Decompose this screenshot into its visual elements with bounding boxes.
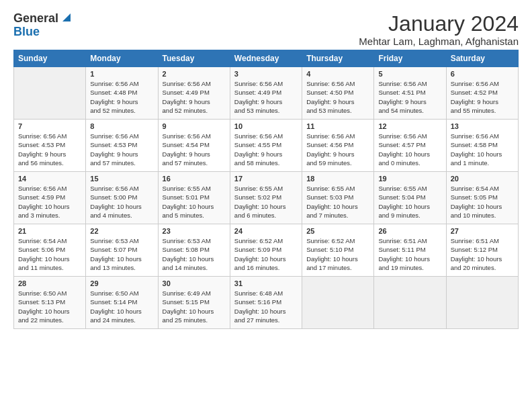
day-number: 9 [163,122,226,130]
col-header-friday: Friday [374,50,446,67]
day-number: 13 [451,122,514,130]
day-info: Sunrise: 6:56 AM Sunset: 5:00 PM Dayligh… [90,184,153,220]
day-info: Sunrise: 6:49 AM Sunset: 5:15 PM Dayligh… [163,289,226,324]
table-row: 6Sunrise: 6:56 AM Sunset: 4:52 PM Daylig… [446,67,518,120]
day-info: Sunrise: 6:55 AM Sunset: 5:01 PM Dayligh… [163,184,226,220]
table-row: 20Sunrise: 6:54 AM Sunset: 5:05 PM Dayli… [446,172,518,224]
table-row: 2Sunrise: 6:56 AM Sunset: 4:49 PM Daylig… [158,67,230,120]
day-number: 11 [306,122,369,130]
day-number: 22 [90,227,153,235]
table-row: 25Sunrise: 6:52 AM Sunset: 5:10 PM Dayli… [302,224,374,277]
logo: General Blue [13,12,71,39]
day-info: Sunrise: 6:56 AM Sunset: 4:54 PM Dayligh… [163,132,226,167]
day-info: Sunrise: 6:53 AM Sunset: 5:07 PM Dayligh… [90,236,153,272]
day-info: Sunrise: 6:56 AM Sunset: 4:53 PM Dayligh… [18,132,81,167]
table-row: 11Sunrise: 6:56 AM Sunset: 4:56 PM Dayli… [302,120,374,172]
day-number: 15 [90,175,153,183]
month-title: January 2024 [359,12,519,36]
col-header-monday: Monday [86,50,158,67]
day-number: 8 [90,122,153,130]
day-info: Sunrise: 6:53 AM Sunset: 5:08 PM Dayligh… [163,236,226,272]
day-info: Sunrise: 6:56 AM Sunset: 4:58 PM Dayligh… [451,132,514,167]
day-info: Sunrise: 6:48 AM Sunset: 5:16 PM Dayligh… [234,289,298,324]
day-number: 20 [451,175,514,183]
day-info: Sunrise: 6:51 AM Sunset: 5:12 PM Dayligh… [451,236,514,272]
day-info: Sunrise: 6:54 AM Sunset: 5:05 PM Dayligh… [451,184,514,220]
logo-general: General [13,12,58,26]
day-number: 2 [163,70,226,78]
day-info: Sunrise: 6:56 AM Sunset: 4:55 PM Dayligh… [234,132,298,167]
table-row: 15Sunrise: 6:56 AM Sunset: 5:00 PM Dayli… [86,172,158,224]
table-row: 27Sunrise: 6:51 AM Sunset: 5:12 PM Dayli… [446,224,518,277]
table-row [374,277,446,329]
day-info: Sunrise: 6:56 AM Sunset: 4:51 PM Dayligh… [378,79,441,115]
day-number: 6 [451,70,514,78]
day-number: 27 [451,227,514,235]
calendar-table: SundayMondayTuesdayWednesdayThursdayFrid… [13,50,519,329]
table-row: 24Sunrise: 6:52 AM Sunset: 5:09 PM Dayli… [230,224,302,277]
day-number: 4 [306,70,369,78]
day-number: 28 [18,279,81,287]
table-row: 14Sunrise: 6:56 AM Sunset: 4:59 PM Dayli… [14,172,86,224]
day-info: Sunrise: 6:56 AM Sunset: 4:52 PM Dayligh… [451,79,514,115]
col-header-wednesday: Wednesday [230,50,302,67]
day-info: Sunrise: 6:50 AM Sunset: 5:13 PM Dayligh… [18,289,81,324]
day-info: Sunrise: 6:56 AM Sunset: 4:50 PM Dayligh… [306,79,369,115]
day-number: 29 [90,279,153,287]
day-info: Sunrise: 6:56 AM Sunset: 4:59 PM Dayligh… [18,184,81,220]
day-number: 14 [18,175,81,183]
day-info: Sunrise: 6:56 AM Sunset: 4:53 PM Dayligh… [90,132,153,167]
day-number: 12 [378,122,441,130]
table-row: 12Sunrise: 6:56 AM Sunset: 4:57 PM Dayli… [374,120,446,172]
table-row: 29Sunrise: 6:50 AM Sunset: 5:14 PM Dayli… [86,277,158,329]
day-number: 31 [234,279,298,287]
logo-icon [60,12,71,23]
col-header-thursday: Thursday [302,50,374,67]
table-row: 17Sunrise: 6:55 AM Sunset: 5:02 PM Dayli… [230,172,302,224]
day-number: 23 [163,227,226,235]
table-row [302,277,374,329]
table-row: 4Sunrise: 6:56 AM Sunset: 4:50 PM Daylig… [302,67,374,120]
day-number: 25 [306,227,369,235]
logo-blue: Blue [13,25,40,38]
day-info: Sunrise: 6:52 AM Sunset: 5:09 PM Dayligh… [234,236,298,272]
col-header-sunday: Sunday [14,50,86,67]
table-row: 5Sunrise: 6:56 AM Sunset: 4:51 PM Daylig… [374,67,446,120]
day-number: 17 [234,175,298,183]
table-row: 13Sunrise: 6:56 AM Sunset: 4:58 PM Dayli… [446,120,518,172]
table-row: 23Sunrise: 6:53 AM Sunset: 5:08 PM Dayli… [158,224,230,277]
day-number: 1 [90,70,153,78]
day-info: Sunrise: 6:51 AM Sunset: 5:11 PM Dayligh… [378,236,441,272]
day-number: 19 [378,175,441,183]
day-info: Sunrise: 6:56 AM Sunset: 4:48 PM Dayligh… [90,79,153,115]
day-number: 24 [234,227,298,235]
table-row: 19Sunrise: 6:55 AM Sunset: 5:04 PM Dayli… [374,172,446,224]
day-number: 21 [18,227,81,235]
table-row: 18Sunrise: 6:55 AM Sunset: 5:03 PM Dayli… [302,172,374,224]
day-info: Sunrise: 6:55 AM Sunset: 5:02 PM Dayligh… [234,184,298,220]
location-title: Mehtar Lam, Laghman, Afghanistan [359,36,519,47]
table-row: 26Sunrise: 6:51 AM Sunset: 5:11 PM Dayli… [374,224,446,277]
col-header-saturday: Saturday [446,50,518,67]
table-row: 22Sunrise: 6:53 AM Sunset: 5:07 PM Dayli… [86,224,158,277]
table-row: 1Sunrise: 6:56 AM Sunset: 4:48 PM Daylig… [86,67,158,120]
day-info: Sunrise: 6:56 AM Sunset: 4:49 PM Dayligh… [234,79,298,115]
day-info: Sunrise: 6:54 AM Sunset: 5:06 PM Dayligh… [18,236,81,272]
table-row: 7Sunrise: 6:56 AM Sunset: 4:53 PM Daylig… [14,120,86,172]
day-number: 7 [18,122,81,130]
day-info: Sunrise: 6:52 AM Sunset: 5:10 PM Dayligh… [306,236,369,272]
svg-marker-0 [62,13,71,21]
table-row: 31Sunrise: 6:48 AM Sunset: 5:16 PM Dayli… [230,277,302,329]
day-info: Sunrise: 6:56 AM Sunset: 4:56 PM Dayligh… [306,132,369,167]
table-row: 8Sunrise: 6:56 AM Sunset: 4:53 PM Daylig… [86,120,158,172]
table-row: 3Sunrise: 6:56 AM Sunset: 4:49 PM Daylig… [230,67,302,120]
day-number: 5 [378,70,441,78]
title-area: January 2024 Mehtar Lam, Laghman, Afghan… [359,12,519,47]
table-row: 10Sunrise: 6:56 AM Sunset: 4:55 PM Dayli… [230,120,302,172]
table-row: 21Sunrise: 6:54 AM Sunset: 5:06 PM Dayli… [14,224,86,277]
day-number: 26 [378,227,441,235]
day-info: Sunrise: 6:55 AM Sunset: 5:03 PM Dayligh… [306,184,369,220]
day-number: 18 [306,175,369,183]
day-info: Sunrise: 6:55 AM Sunset: 5:04 PM Dayligh… [378,184,441,220]
day-number: 16 [163,175,226,183]
